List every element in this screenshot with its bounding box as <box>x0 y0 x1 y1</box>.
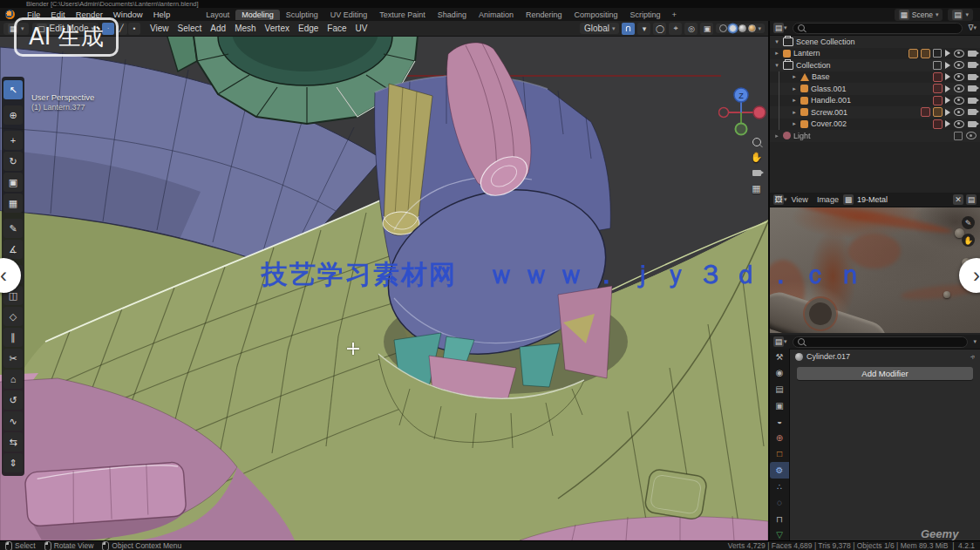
image-name[interactable]: 19-Metal <box>854 195 891 204</box>
tab-tool[interactable]: ⚒ <box>770 349 789 365</box>
hide-viewport-icon[interactable] <box>954 85 964 92</box>
properties-editor-icon[interactable]: ▤ <box>773 336 784 347</box>
outliner-row-object[interactable]: ▸ Cover.002 <box>770 119 980 131</box>
menu-view[interactable]: View <box>146 24 174 33</box>
image-options-icon[interactable]: ▤ <box>966 194 977 205</box>
menu-select[interactable]: Select <box>174 24 207 33</box>
navigation-gizmo[interactable]: Z <box>718 84 767 138</box>
disclosure-icon[interactable]: ▸ <box>791 109 798 116</box>
breadcrumb-object-name[interactable]: Cylinder.017 <box>806 352 850 361</box>
exclude-checkbox[interactable] <box>933 49 942 58</box>
menu-mesh[interactable]: Mesh <box>230 24 260 33</box>
tab-world[interactable]: ⊕ <box>770 430 789 446</box>
outliner-display-mode-icon[interactable]: ▤ <box>773 23 784 33</box>
tab-animation[interactable]: Animation <box>473 10 520 20</box>
gizmo-x-neg[interactable] <box>719 108 729 118</box>
properties-search[interactable] <box>793 336 969 348</box>
tool-rotate[interactable]: ↻ <box>3 152 23 171</box>
tab-particles[interactable]: ∴ <box>770 479 789 495</box>
tab-shading[interactable]: Shading <box>432 10 473 20</box>
shading-wireframe-icon[interactable] <box>719 24 727 32</box>
tool-loop-cut[interactable]: ∥ <box>3 328 23 347</box>
menu-vertex[interactable]: Vertex <box>261 24 294 33</box>
menu-view[interactable]: View <box>787 195 813 204</box>
blender-logo-icon[interactable] <box>5 10 15 19</box>
exclude-checkbox[interactable] <box>954 132 963 140</box>
menu-add[interactable]: Add <box>206 24 230 33</box>
disclosure-icon[interactable]: ▾ <box>773 38 780 45</box>
scene-selector[interactable]: ▦Scene▾ <box>895 9 943 21</box>
show-overlays-icon[interactable]: ◎ <box>684 23 698 35</box>
tool-move[interactable]: + <box>3 131 23 150</box>
face-select-icon[interactable]: ▪ <box>128 23 140 35</box>
snap-magnet-icon[interactable]: U <box>622 23 635 35</box>
tab-rendering[interactable]: Rendering <box>520 10 568 20</box>
selectable-icon[interactable] <box>945 73 950 80</box>
tool-transform[interactable]: ▦ <box>3 194 23 213</box>
add-workspace-button[interactable]: + <box>667 10 683 19</box>
selectable-icon[interactable] <box>945 62 950 69</box>
exclude-checkbox[interactable] <box>933 61 942 70</box>
transform-orientation-dropdown[interactable]: Global▾ <box>580 23 619 34</box>
outliner-row-object[interactable]: ▸ Handle.001 <box>770 95 980 107</box>
outliner-row-light[interactable]: ▸ Light <box>770 130 980 142</box>
tab-output[interactable]: ▤ <box>770 381 789 397</box>
hide-viewport-icon[interactable] <box>954 97 964 105</box>
tool-bevel[interactable]: ◇ <box>3 307 23 326</box>
tab-texture-paint[interactable]: Texture Paint <box>373 10 432 20</box>
menu-uv[interactable]: UV <box>351 24 372 33</box>
disclosure-icon[interactable]: ▸ <box>791 120 798 127</box>
disable-render-icon[interactable] <box>968 98 977 104</box>
disable-render-icon[interactable] <box>968 121 977 127</box>
options-icon[interactable]: ▾ <box>973 338 977 345</box>
outliner-row-lantern[interactable]: ▸ Lantern <box>770 48 980 60</box>
disclosure-icon[interactable]: ▸ <box>791 73 798 80</box>
gizmo-x-pos[interactable] <box>753 106 766 119</box>
tab-constraints[interactable]: ⊓ <box>770 511 789 527</box>
tool-knife[interactable]: ✂ <box>3 349 23 368</box>
image-pin-icon[interactable]: ✕ <box>953 194 963 205</box>
tool-smooth[interactable]: ∿ <box>3 411 23 431</box>
selectable-icon[interactable] <box>945 120 950 127</box>
toggle-xray-icon[interactable]: ▣ <box>700 23 713 35</box>
shading-material-icon[interactable] <box>738 24 746 32</box>
disclosure-icon[interactable]: ▸ <box>773 50 780 57</box>
disclosure-icon[interactable]: ▸ <box>773 132 780 139</box>
add-modifier-button[interactable]: Add Modifier <box>797 367 973 380</box>
proportional-editing-icon[interactable]: ◯ <box>653 23 666 35</box>
selectable-icon[interactable] <box>945 50 950 57</box>
shading-rendered-icon[interactable] <box>748 24 756 32</box>
selectable-icon[interactable] <box>945 109 950 116</box>
disable-render-icon[interactable] <box>968 85 977 92</box>
ortho-toggle-icon[interactable]: ▦ <box>749 181 764 196</box>
hide-viewport-icon[interactable] <box>966 132 977 139</box>
gizmo-y-neg[interactable] <box>736 124 747 135</box>
hide-viewport-icon[interactable] <box>954 50 964 58</box>
tab-uv-editing[interactable]: UV Editing <box>324 10 374 20</box>
tool-shrink-fatten[interactable]: ⇕ <box>3 453 23 472</box>
tool-poly-build[interactable]: ⌂ <box>3 370 23 389</box>
disable-render-icon[interactable] <box>968 109 977 115</box>
tab-scripting[interactable]: Scripting <box>623 10 666 20</box>
tab-object[interactable]: □ <box>770 446 789 463</box>
properties-search-input[interactable] <box>807 336 963 347</box>
menu-edge[interactable]: Edge <box>294 24 323 33</box>
tab-sculpting[interactable]: Sculpting <box>280 10 324 20</box>
tab-modifiers[interactable]: ⚙ <box>770 462 789 479</box>
tool-measure[interactable]: ∡ <box>3 240 23 259</box>
tab-physics[interactable]: ◌ <box>770 494 789 511</box>
outliner-search[interactable] <box>793 23 963 34</box>
tool-annotate[interactable]: ✎ <box>3 219 23 238</box>
hide-viewport-icon[interactable] <box>954 108 964 116</box>
tab-scene[interactable]: ◒ <box>770 413 789 430</box>
outliner-row-object[interactable]: ▸ Glass.001 <box>770 83 980 95</box>
menu-image[interactable]: Image <box>813 195 843 204</box>
disable-render-icon[interactable] <box>968 51 977 57</box>
menu-face[interactable]: Face <box>323 24 350 33</box>
tab-layout[interactable]: Layout <box>200 10 235 20</box>
disclosure-icon[interactable]: ▸ <box>791 97 798 104</box>
disclosure-icon[interactable]: ▾ <box>773 62 780 69</box>
expand-icon[interactable]: » <box>968 352 977 362</box>
tool-scale[interactable]: ▣ <box>3 173 23 192</box>
pan-overlay-icon[interactable]: ✋ <box>962 234 975 247</box>
